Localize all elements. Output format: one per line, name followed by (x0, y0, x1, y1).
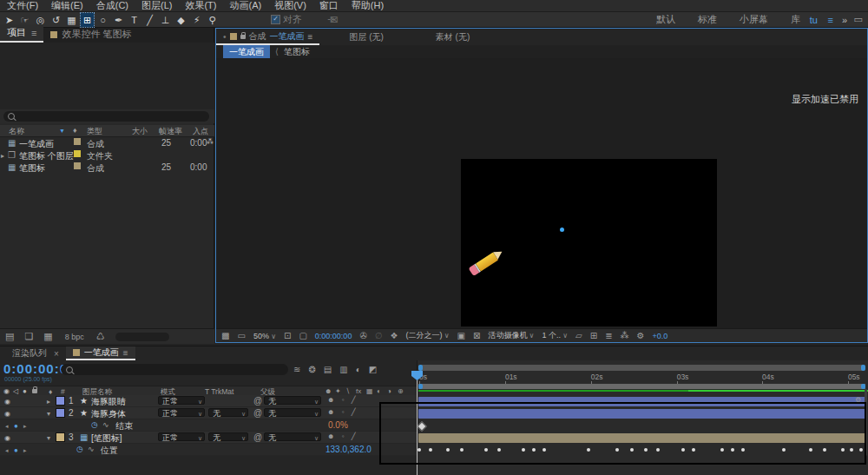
exposure-histogram-icon[interactable]: ≣ (605, 331, 612, 340)
grid-guides-icon[interactable]: ⊞ (590, 331, 597, 340)
item-name[interactable]: 笔图标 个图层 (19, 150, 74, 162)
layer-name[interactable]: 海豚眼睛 (91, 396, 126, 408)
parent-pickwhip-icon[interactable]: @ (253, 396, 262, 406)
eraser-tool[interactable]: ◆ (174, 13, 187, 27)
rotation-tool[interactable]: ↺ (49, 13, 62, 27)
workspace-tab-2[interactable]: 小屏幕 (740, 13, 768, 26)
layer-switches-icons[interactable]: ☻ ◦ ╱ (327, 396, 358, 404)
resolution-dropdown[interactable]: (二分之一) (405, 330, 449, 341)
column-size[interactable]: 大小 (132, 126, 148, 137)
column-type[interactable]: 类型 (87, 126, 102, 137)
column-name[interactable]: 名称 (9, 126, 24, 137)
switch-header-icon-6[interactable]: ◑ (387, 387, 391, 395)
next-keyframe-icon[interactable]: ▸ (23, 423, 27, 430)
navigator-end-handle[interactable] (861, 365, 865, 371)
workspace-overflow-icon[interactable]: » (842, 15, 847, 25)
prev-keyframe-icon[interactable]: ◂ (5, 423, 9, 430)
graph-editor-icon[interactable]: ◩ (369, 365, 377, 374)
comp-stage[interactable] (461, 159, 717, 327)
expander-icon[interactable]: ▾ (47, 410, 50, 418)
property-value[interactable]: 133.0,362.0 (326, 445, 372, 454)
channels-icon[interactable]: ❖ (391, 331, 398, 340)
delete-icon[interactable]: ♺ (96, 331, 105, 342)
timeline-search-input[interactable] (61, 364, 288, 375)
parent-pickwhip-icon[interactable]: @ (253, 408, 262, 418)
breadcrumb-comp-parent[interactable]: 笔图标 (284, 46, 310, 58)
bit-depth-label[interactable]: 8 bpc (65, 333, 84, 341)
close-icon[interactable]: × (54, 349, 59, 359)
mode-dropdown[interactable]: 正常∨ (158, 432, 205, 441)
sort-arrow-icon[interactable]: ▼ (59, 128, 65, 134)
layer-row-3[interactable]: ◉ ▾ 3 ▦ [笔图标] 正常∨ 无∨ @ 无∨ ☻ ◦ ╱ (0, 432, 417, 444)
parent-dropdown[interactable]: 无∨ (264, 408, 321, 417)
time-navigator-bar[interactable] (418, 365, 865, 371)
menu-item-3[interactable]: 图层(L) (141, 0, 172, 12)
layer-color-swatch[interactable] (56, 408, 65, 418)
new-composition-icon[interactable]: ▦ (43, 331, 52, 342)
project-search-input[interactable] (3, 111, 209, 122)
mode-dropdown[interactable]: 正常∨ (158, 408, 205, 417)
clone-stamp-tool[interactable]: ⊥ (159, 13, 172, 27)
pan-behind-tool[interactable]: ⊞ (81, 13, 94, 27)
layer-switches-icons[interactable]: ☻ ◦ ╱ (327, 432, 358, 440)
rulers-icon[interactable]: ⊡ (284, 331, 291, 340)
layer-row-1[interactable]: ◉ ▸ 1 ★ 海豚眼睛 正常∨ @ 无∨ ☻ ◦ ╱ (0, 395, 417, 407)
graph-icon[interactable]: ∿ (102, 420, 109, 429)
motion-blur-icon[interactable]: ◐ (356, 365, 361, 374)
workspace-tab-3[interactable]: 库 (791, 13, 800, 26)
camera-view-dropdown[interactable]: 活动摄像机 (488, 330, 534, 341)
hide-shy-icon[interactable]: ▤ (324, 365, 332, 374)
zoom-level-dropdown[interactable]: 50% (253, 332, 276, 340)
trkmat-dropdown[interactable]: 无∨ (208, 432, 248, 441)
keyframe-at-time-icon[interactable]: ● (14, 446, 18, 454)
workspace-tab-0[interactable]: 默认 (656, 13, 675, 26)
menu-item-1[interactable]: 编辑(E) (51, 0, 83, 12)
panel-menu-icon[interactable]: ≡ (123, 348, 128, 358)
item-name[interactable]: 笔图标 (19, 162, 45, 175)
comp-viewer[interactable]: 显示加速已禁用 (216, 58, 867, 328)
tab-footage[interactable]: 素材 (无) (436, 31, 470, 43)
tab-composition[interactable]: • 合成 一笔成画 ≡ (216, 30, 319, 45)
column-in[interactable]: 入点 (193, 126, 208, 137)
keyframe-at-time-icon[interactable]: ● (14, 422, 18, 430)
property-value[interactable]: 0.0% (328, 420, 348, 430)
puppet-pin-tool[interactable]: ⚲ (206, 13, 219, 27)
menu-item-0[interactable]: 文件(F) (7, 0, 38, 12)
interpret-footage-icon[interactable]: ▤ (5, 331, 14, 342)
eye-icon[interactable]: ◉ (4, 434, 10, 442)
tab-layer[interactable]: 图层 (无) (349, 31, 383, 43)
project-row-folder[interactable]: ▸ ❐ 笔图标 个图层 文件夹 (0, 149, 214, 162)
mode-dropdown[interactable]: 正常∨ (158, 396, 205, 405)
menu-item-2[interactable]: 合成(C) (96, 0, 128, 12)
type-tool[interactable]: T (128, 13, 141, 27)
workspace-tab-1[interactable]: 标准 (698, 13, 717, 26)
camera-tool[interactable]: ▦ (65, 13, 78, 27)
pen-tool[interactable]: ✒ (112, 13, 125, 27)
mini-flowchart-icon[interactable]: ≋ (293, 365, 300, 374)
trkmat-dropdown[interactable]: 无∨ (208, 408, 248, 417)
view-layout-dropdown[interactable]: 1 个.. (542, 330, 568, 341)
eye-icon[interactable]: ◉ (4, 410, 10, 418)
stopwatch-icon[interactable]: ◷ (76, 445, 83, 453)
toggle-transparency-icon[interactable]: ⊠ (473, 331, 480, 340)
prev-keyframe-icon[interactable]: ◂ (5, 447, 9, 454)
switch-header-icon-2[interactable]: ∖ (345, 387, 350, 395)
expander-icon[interactable]: ▾ (47, 434, 50, 442)
tab-render-queue[interactable]: 渲染队列 (12, 347, 47, 360)
flowchart-icon[interactable]: ⁂ (621, 331, 629, 340)
parent-dropdown[interactable]: 无∨ (264, 432, 321, 441)
label-chip[interactable] (74, 150, 81, 157)
tab-project[interactable]: 项目 ≡ (0, 24, 43, 43)
column-fps[interactable]: 帧速率 (159, 126, 182, 137)
layer-switches-icons[interactable]: ☻ ◦ ╱ (327, 408, 358, 416)
menu-item-7[interactable]: 窗口 (319, 0, 339, 12)
switch-header-icon-1[interactable]: ✦ (335, 387, 341, 395)
project-row-comp2[interactable]: ▦ 笔图标 合成 25 0:00 (0, 162, 214, 174)
property-name[interactable]: 位置 (101, 445, 118, 457)
property-name[interactable]: 结束 (115, 420, 133, 432)
screen-mode-icon[interactable]: ▭ (237, 331, 245, 340)
show-snapshot-icon[interactable]: ∅ (375, 331, 383, 340)
panel-menu-icon[interactable]: ≡ (31, 28, 36, 38)
workspace-layout-icon[interactable]: ▭ (854, 14, 863, 25)
time-ruler[interactable]: 0s01s02s03s04s05s (418, 373, 865, 385)
